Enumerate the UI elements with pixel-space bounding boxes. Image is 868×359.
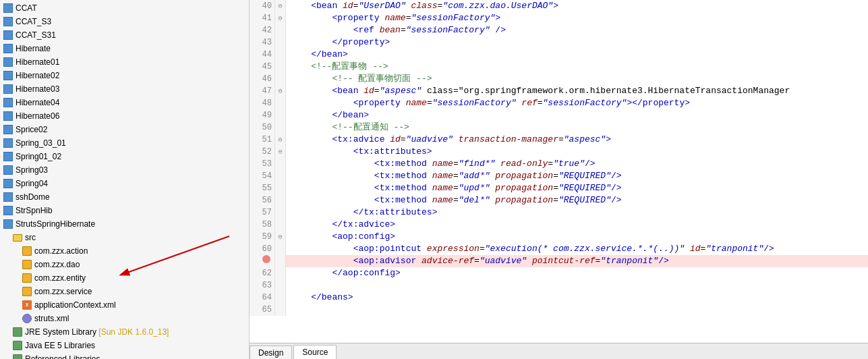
fold-indicator[interactable] (275, 170, 286, 182)
code-line-58: 58 </tx:advice> (250, 219, 868, 231)
fold-indicator[interactable] (275, 304, 286, 316)
tree-item-spring04[interactable]: Spring04 (0, 177, 249, 190)
line-content: <tx:advice id="uadvive" transaction-mana… (286, 134, 611, 146)
tree-item-com_zzx_action[interactable]: com.zzx.action (0, 244, 249, 258)
tree-item-sprice02[interactable]: Sprice02 (0, 123, 249, 136)
tree-item-src[interactable]: src (0, 231, 249, 244)
line-content: <ref bean="sessionFactory" /> (286, 24, 506, 36)
line-content: <tx:method name="find*" read-only="true"… (286, 158, 596, 170)
code-line-41: 41⊖ <property name="sessionFactory"> (250, 12, 868, 24)
proj-icon (3, 124, 13, 135)
pkg-icon (22, 259, 32, 270)
code-line-57: 57 </tx:attributes> (250, 206, 868, 219)
fold-indicator[interactable] (275, 73, 286, 85)
fold-indicator[interactable]: ⊖ (275, 146, 286, 158)
fold-indicator[interactable] (275, 267, 286, 279)
fold-indicator[interactable]: ⊖ (275, 12, 286, 24)
tree-label: Hibernate (16, 43, 51, 55)
lib-icon (12, 327, 23, 337)
tree-item-hibernate02[interactable]: Hibernate02 (0, 69, 249, 82)
pkg-icon (22, 246, 32, 256)
tree-item-hibernate04[interactable]: Hibernate04 (0, 96, 249, 109)
tree-item-sshdome[interactable]: sshDome (0, 190, 249, 204)
tree-item-hibernate01[interactable]: Hibernate01 (0, 55, 249, 69)
fold-indicator[interactable] (275, 121, 286, 134)
code-line-53: 53 <tx:method name="find*" read-only="tr… (250, 158, 868, 170)
code-line-64: 64 </beans> (250, 292, 868, 304)
tree-item-struts_xml[interactable]: struts.xml (0, 312, 249, 325)
tree-label: CCAT_S31 (16, 29, 56, 41)
proj-icon (3, 151, 13, 162)
tree-label: com.zzx.action (34, 245, 88, 257)
line-number: 52 (250, 146, 275, 158)
tree-item-strutsSpringHibernate[interactable]: StrutsSpringHibernate (0, 217, 249, 231)
fold-indicator[interactable] (275, 49, 286, 61)
line-number: 40 (250, 0, 275, 12)
fold-indicator[interactable] (275, 255, 286, 267)
line-content: <!--配置通知 --> (286, 121, 409, 134)
tree-label: Hibernate02 (16, 70, 59, 82)
proj-icon (3, 16, 13, 27)
fold-indicator[interactable] (275, 61, 286, 73)
line-content: <bean id="UserDAO" class="com.zzx.dao.Us… (286, 0, 558, 12)
line-content: <!-- 配置事物切面 --> (286, 73, 432, 85)
line-number: 55 (250, 182, 275, 194)
proj-icon (3, 165, 13, 175)
fold-indicator[interactable] (275, 36, 286, 49)
line-number: 56 (250, 194, 275, 206)
tree-item-spring_03_01[interactable]: Spring_03_01 (0, 136, 249, 150)
tree-item-hibernate06[interactable]: Hibernate06 (0, 109, 249, 123)
tree-label: Hibernate01 (16, 56, 59, 68)
fold-indicator[interactable] (275, 279, 286, 292)
lib-icon (12, 354, 23, 359)
tree-item-ccat_s3[interactable]: CCAT_S3 (0, 15, 249, 28)
lib-icon (12, 340, 23, 351)
fold-indicator[interactable]: ⊖ (275, 85, 286, 97)
fold-indicator[interactable] (275, 182, 286, 194)
tree-label: Spring_03_01 (16, 137, 66, 149)
fold-indicator[interactable] (275, 292, 286, 304)
tree-label: Hibernate03 (16, 83, 59, 95)
tree-item-strspnhib[interactable]: StrSpnHib (0, 204, 249, 217)
tree-item-jre[interactable]: JRE System Library [Sun JDK 1.6.0_13] (0, 325, 249, 339)
fold-indicator[interactable]: ⊖ (275, 231, 286, 243)
tree-item-applicationContext[interactable]: XapplicationContext.xml (0, 298, 249, 312)
code-line-56: 56 <tx:method name="del*" propagation="R… (250, 194, 868, 206)
tree-item-spring01_02[interactable]: Spring01_02 (0, 150, 249, 163)
code-line-48: 48 <property name="sessionFactory" ref="… (250, 97, 868, 109)
tree-label: Referenced Libraries (25, 353, 100, 359)
editor-tabs[interactable]: DesignSource (250, 343, 868, 359)
tree-label: Spring04 (16, 177, 48, 190)
tree-item-hibernate03[interactable]: Hibernate03 (0, 82, 249, 96)
fold-indicator[interactable] (275, 219, 286, 231)
tree-label: StrutsSpringHibernate (16, 218, 95, 230)
fold-indicator[interactable] (275, 206, 286, 219)
tree-item-ccat_s31[interactable]: CCAT_S31 (0, 28, 249, 42)
tree-item-com_zzx_dao[interactable]: com.zzx.dao (0, 258, 249, 271)
code-line-51: 51⊖ <tx:advice id="uadvive" transaction-… (250, 134, 868, 146)
tree-item-spring03[interactable]: Spring03 (0, 163, 249, 177)
project-tree[interactable]: CCATCCAT_S3CCAT_S31HibernateHibernate01H… (0, 0, 250, 359)
fold-indicator[interactable] (275, 194, 286, 206)
fold-indicator[interactable] (275, 243, 286, 255)
tree-label: struts.xml (34, 312, 69, 325)
fold-indicator[interactable]: ⊖ (275, 134, 286, 146)
tab-design[interactable]: Design (250, 346, 292, 359)
code-line-40: 40⊖ <bean id="UserDAO" class="com.zzx.da… (250, 0, 868, 12)
tree-item-com_zzx_entity[interactable]: com.zzx.entity (0, 271, 249, 285)
tree-label: applicationContext.xml (34, 299, 116, 311)
tree-item-reflibs[interactable]: Referenced Libraries (0, 352, 249, 359)
fold-indicator[interactable] (275, 158, 286, 170)
fold-indicator[interactable]: ⊖ (275, 0, 286, 12)
fold-indicator[interactable] (275, 24, 286, 36)
line-number: 54 (250, 170, 275, 182)
fold-indicator[interactable] (275, 97, 286, 109)
tab-source[interactable]: Source (293, 345, 337, 359)
tree-item-javaee[interactable]: Java EE 5 Libraries (0, 339, 249, 352)
code-content[interactable]: 40⊖ <bean id="UserDAO" class="com.zzx.da… (250, 0, 868, 343)
tree-item-hibernate[interactable]: Hibernate (0, 42, 249, 55)
tree-item-ccat[interactable]: CCAT (0, 1, 249, 15)
tree-item-com_zzx_service[interactable]: com.zzx.service (0, 285, 249, 298)
code-line-59: 59⊖ <aop:config> (250, 231, 868, 243)
fold-indicator[interactable] (275, 109, 286, 121)
